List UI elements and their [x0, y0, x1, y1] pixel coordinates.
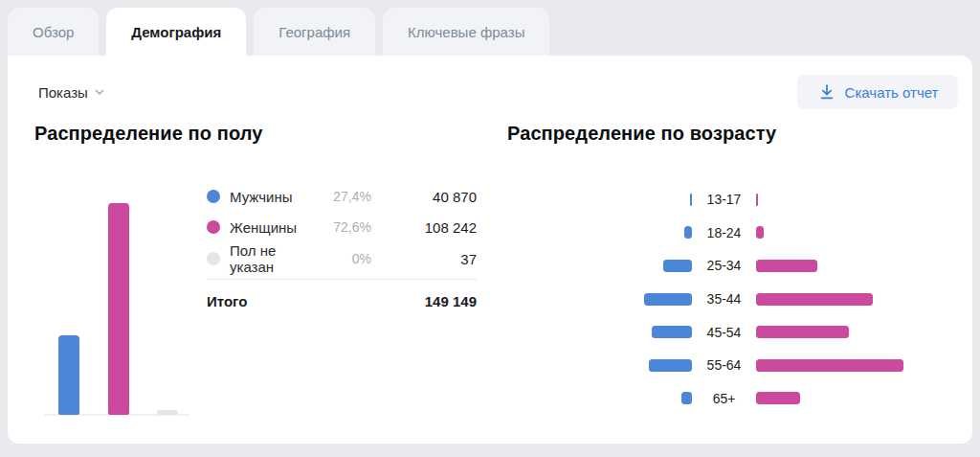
legend-total-row: Итого 149 149 [207, 279, 477, 322]
age-row-65+: 65+ [522, 382, 967, 416]
legend-percent: 72,6% [304, 219, 371, 235]
age-bar-men [644, 293, 692, 306]
age-bar-men [652, 326, 692, 338]
gender-chart-title: Распределение по полу [34, 123, 263, 145]
legend-total-label: Итого [207, 293, 371, 309]
age-bar-women [756, 392, 800, 404]
legend-color-dot [207, 190, 220, 203]
gender-bar-women [108, 203, 129, 415]
age-row-13-17: 13-17 [522, 183, 967, 217]
legend-row-unspecified: Пол не указан0%37 [207, 242, 477, 273]
age-group-label: 13-17 [692, 192, 756, 207]
age-women-zone [756, 359, 967, 372]
gender-legend: Мужчины27,4%40 870Женщины72,6%108 242Пол… [207, 181, 477, 322]
age-men-zone [522, 359, 692, 372]
age-row-35-44: 35-44 [522, 283, 967, 316]
age-bar-men [663, 260, 692, 272]
metric-dropdown-label: Показы [38, 84, 88, 101]
age-group-label: 18-24 [692, 225, 756, 240]
age-chart-title: Распределение по возрасту [507, 123, 776, 145]
tab-demography[interactable]: Демография [106, 8, 246, 56]
tab-key-phrases[interactable]: Ключевые фразы [383, 8, 549, 56]
download-icon [817, 82, 836, 102]
age-men-zone [522, 226, 692, 239]
legend-value: 37 [371, 251, 477, 267]
legend-percent: 0% [304, 251, 371, 266]
age-bar-men [681, 392, 692, 404]
legend-value: 40 870 [371, 189, 477, 205]
legend-color-dot [207, 252, 220, 265]
metric-dropdown[interactable]: Показы [38, 80, 106, 103]
age-women-zone [756, 293, 967, 306]
gender-bar-men [58, 335, 79, 415]
age-bar-men [649, 359, 692, 372]
legend-percent: 27,4% [304, 189, 371, 204]
legend-row-men: Мужчины27,4%40 870 [207, 181, 477, 212]
legend-row-women: Женщины72,6%108 242 [207, 212, 477, 242]
legend-label: Пол не указан [230, 242, 304, 275]
age-men-zone [522, 260, 692, 272]
age-bar-chart: 13-1718-2425-3435-4445-5455-6465+ [522, 183, 967, 415]
age-group-label: 65+ [692, 391, 756, 406]
legend-label: Мужчины [230, 189, 304, 205]
legend-total-value: 149 149 [371, 293, 477, 309]
age-bar-women [756, 194, 758, 206]
age-row-55-64: 55-64 [522, 349, 967, 382]
stats-card: Показы Скачать отчет Распределение по по… [8, 56, 972, 444]
download-report-label: Скачать отчет [845, 84, 939, 101]
age-men-zone [522, 194, 692, 206]
legend-label: Женщины [230, 219, 304, 236]
tab-geography[interactable]: География [254, 8, 375, 56]
age-group-label: 25-34 [692, 258, 756, 273]
tab-bar: ОбзорДемографияГеографияКлючевые фразы [8, 8, 549, 56]
legend-color-dot [207, 220, 220, 234]
age-men-zone [522, 392, 692, 404]
age-bar-women [756, 293, 873, 306]
legend-value: 108 242 [371, 219, 477, 236]
download-report-button[interactable]: Скачать отчет [797, 75, 958, 109]
age-women-zone [756, 194, 967, 206]
tab-overview[interactable]: Обзор [8, 8, 99, 56]
age-bar-women [756, 359, 903, 372]
age-group-label: 35-44 [692, 291, 756, 307]
age-group-label: 55-64 [692, 357, 756, 373]
age-women-zone [756, 226, 967, 239]
age-row-45-54: 45-54 [522, 315, 967, 349]
age-bar-men [684, 226, 692, 239]
gender-bar-unspecified [157, 410, 178, 415]
age-women-zone [756, 326, 967, 338]
age-bar-women [756, 226, 764, 239]
age-men-zone [522, 293, 692, 306]
age-women-zone [756, 392, 967, 404]
chevron-down-icon [93, 85, 106, 99]
age-bar-women [756, 326, 849, 338]
age-row-18-24: 18-24 [522, 217, 967, 250]
age-group-label: 45-54 [692, 325, 756, 340]
gender-bar-chart [44, 197, 189, 416]
age-bar-women [756, 260, 817, 272]
age-row-25-34: 25-34 [522, 249, 967, 283]
age-women-zone [756, 260, 967, 272]
age-men-zone [522, 326, 692, 338]
